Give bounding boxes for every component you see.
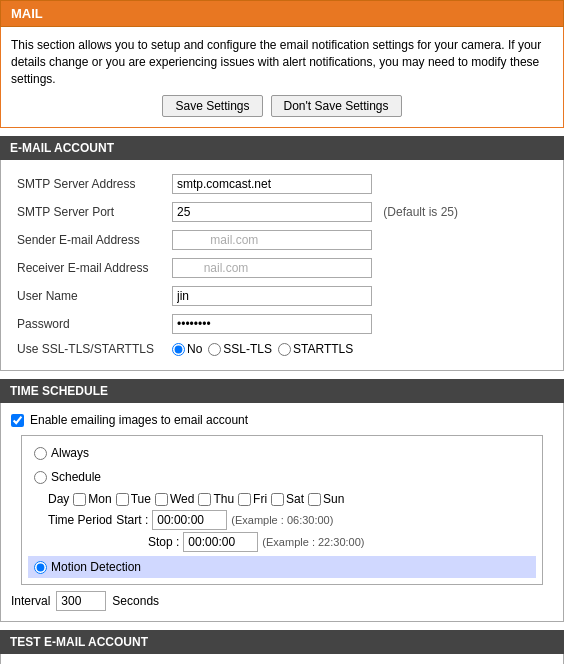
test-email-body: A test e-mail will be sent to the e-mail… [0, 654, 564, 664]
day-row: Day Mon Tue Wed Thu Fri Sat Sun [48, 492, 536, 506]
ssl-starttls-option[interactable]: STARTTLS [278, 342, 353, 356]
sender-label: Sender E-mail Address [11, 226, 166, 254]
day-wed[interactable]: Wed [155, 492, 194, 506]
stop-time-row: Stop : (Example : 22:30:00) [148, 532, 536, 552]
enable-row: Enable emailing images to email account [11, 413, 553, 427]
always-label: Always [51, 446, 89, 460]
enable-email-label: Enable emailing images to email account [30, 413, 248, 427]
day-thu[interactable]: Thu [198, 492, 234, 506]
sender-input[interactable] [172, 230, 372, 250]
ssl-no-radio[interactable] [172, 343, 185, 356]
day-sun[interactable]: Sun [308, 492, 344, 506]
smtp-port-input[interactable] [172, 202, 372, 222]
interval-input[interactable] [56, 591, 106, 611]
motion-label: Motion Detection [51, 560, 141, 574]
smtp-server-input[interactable] [172, 174, 372, 194]
thu-checkbox[interactable] [198, 493, 211, 506]
email-account-body: SMTP Server Address SMTP Server Port (De… [0, 160, 564, 371]
username-row: User Name [11, 282, 553, 310]
schedule-radio[interactable] [34, 471, 47, 484]
stop-example: (Example : 22:30:00) [262, 536, 364, 548]
wed-checkbox[interactable] [155, 493, 168, 506]
save-settings-button[interactable]: Save Settings [162, 95, 262, 117]
start-label: Start : [116, 513, 148, 527]
time-period-label: Time Period [48, 513, 112, 527]
day-tue[interactable]: Tue [116, 492, 151, 506]
sun-checkbox[interactable] [308, 493, 321, 506]
username-input[interactable] [172, 286, 372, 306]
sat-checkbox[interactable] [271, 493, 284, 506]
receiver-row: Receiver E-mail Address [11, 254, 553, 282]
schedule-label: Schedule [51, 470, 101, 484]
email-account-header: E-MAIL ACCOUNT [0, 136, 564, 160]
always-radio[interactable] [34, 447, 47, 460]
ssl-row: Use SSL-TLS/STARTTLS No SSL-TLS STARTTLS [11, 338, 553, 360]
email-account-section: E-MAIL ACCOUNT SMTP Server Address SMTP … [0, 136, 564, 371]
day-fri[interactable]: Fri [238, 492, 267, 506]
interval-unit: Seconds [112, 594, 159, 608]
schedule-option[interactable]: Schedule [28, 466, 536, 488]
start-time-input[interactable] [152, 510, 227, 530]
start-time-row: Time Period Start : (Example : 06:30:00) [48, 510, 536, 530]
stop-time-input[interactable] [183, 532, 258, 552]
smtp-port-default: (Default is 25) [383, 205, 458, 219]
day-mon[interactable]: Mon [73, 492, 111, 506]
smtp-port-row: SMTP Server Port (Default is 25) [11, 198, 553, 226]
time-schedule-header: TIME SCHEDULE [0, 379, 564, 403]
tue-checkbox[interactable] [116, 493, 129, 506]
ssl-no-option[interactable]: No [172, 342, 202, 356]
ssl-starttls-radio[interactable] [278, 343, 291, 356]
always-option[interactable]: Always [28, 442, 536, 464]
stop-label: Stop : [148, 535, 179, 549]
mail-section: MAIL This section allows you to setup an… [0, 0, 564, 128]
smtp-server-label: SMTP Server Address [11, 170, 166, 198]
motion-option[interactable]: Motion Detection [28, 556, 536, 578]
motion-radio[interactable] [34, 561, 47, 574]
mail-body: This section allows you to setup and con… [0, 27, 564, 128]
mail-buttons: Save Settings Don't Save Settings [11, 95, 553, 117]
ssl-radio-group: No SSL-TLS STARTTLS [172, 342, 547, 356]
test-email-section: TEST E-MAIL ACCOUNT A test e-mail will b… [0, 630, 564, 664]
day-label: Day [48, 492, 69, 506]
test-email-header: TEST E-MAIL ACCOUNT [0, 630, 564, 654]
interval-label: Interval [11, 594, 50, 608]
mon-checkbox[interactable] [73, 493, 86, 506]
start-example: (Example : 06:30:00) [231, 514, 333, 526]
schedule-box: Always Schedule Day Mon Tue Wed Thu Fri … [21, 435, 543, 585]
username-label: User Name [11, 282, 166, 310]
smtp-port-label: SMTP Server Port [11, 198, 166, 226]
ssl-ssltls-option[interactable]: SSL-TLS [208, 342, 272, 356]
mail-header: MAIL [0, 0, 564, 27]
smtp-server-row: SMTP Server Address [11, 170, 553, 198]
time-schedule-section: TIME SCHEDULE Enable emailing images to … [0, 379, 564, 622]
dont-save-settings-button[interactable]: Don't Save Settings [271, 95, 402, 117]
email-account-table: SMTP Server Address SMTP Server Port (De… [11, 170, 553, 360]
enable-email-checkbox[interactable] [11, 414, 24, 427]
receiver-input[interactable] [172, 258, 372, 278]
interval-row: Interval Seconds [11, 591, 553, 611]
ssl-ssltls-radio[interactable] [208, 343, 221, 356]
password-input[interactable] [172, 314, 372, 334]
day-sat[interactable]: Sat [271, 492, 304, 506]
receiver-label: Receiver E-mail Address [11, 254, 166, 282]
time-schedule-body: Enable emailing images to email account … [0, 403, 564, 622]
password-label: Password [11, 310, 166, 338]
fri-checkbox[interactable] [238, 493, 251, 506]
password-row: Password [11, 310, 553, 338]
sender-row: Sender E-mail Address [11, 226, 553, 254]
mail-description: This section allows you to setup and con… [11, 37, 553, 87]
ssl-label: Use SSL-TLS/STARTTLS [11, 338, 166, 360]
